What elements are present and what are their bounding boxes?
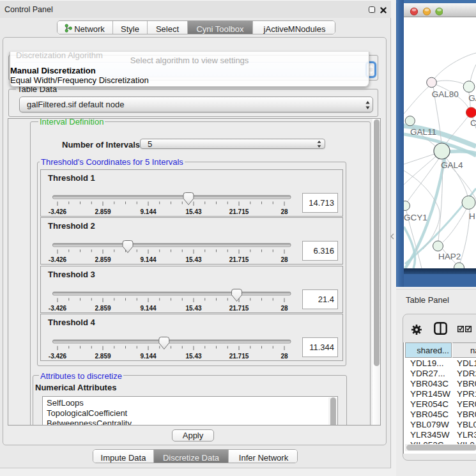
svg-text:21.715: 21.715 xyxy=(229,256,249,263)
svg-text:CY: CY xyxy=(470,118,476,128)
svg-text:15.43: 15.43 xyxy=(185,256,201,263)
svg-text:9.144: 9.144 xyxy=(140,208,156,215)
svg-text:28: 28 xyxy=(280,256,288,263)
svg-text:28: 28 xyxy=(280,304,288,311)
svg-text:9.144: 9.144 xyxy=(140,353,156,360)
svg-text:15.43: 15.43 xyxy=(185,208,201,215)
svg-text:15.43: 15.43 xyxy=(185,353,201,360)
svg-text:21.715: 21.715 xyxy=(229,304,249,311)
svg-text:21.715: 21.715 xyxy=(229,208,249,215)
svg-text:GCY1: GCY1 xyxy=(404,213,427,222)
svg-text:GAL11: GAL11 xyxy=(410,127,436,137)
svg-text:28: 28 xyxy=(280,208,288,215)
svg-text:15.43: 15.43 xyxy=(185,304,201,311)
svg-text:GA: GA xyxy=(468,93,476,103)
svg-text:HAP2: HAP2 xyxy=(438,252,461,261)
svg-text:-3.426: -3.426 xyxy=(49,256,67,263)
svg-text:2.859: 2.859 xyxy=(95,304,111,311)
svg-text:2.859: 2.859 xyxy=(95,208,111,215)
svg-text:21.715: 21.715 xyxy=(229,353,249,360)
svg-text:H: H xyxy=(469,211,475,221)
svg-text:28: 28 xyxy=(280,353,288,360)
svg-text:2.859: 2.859 xyxy=(95,353,111,360)
svg-text:GAL80: GAL80 xyxy=(432,89,459,99)
svg-text:GAL4: GAL4 xyxy=(441,160,463,170)
svg-text:9.144: 9.144 xyxy=(140,304,156,311)
svg-text:-3.426: -3.426 xyxy=(49,353,67,360)
svg-text:9.144: 9.144 xyxy=(140,256,156,263)
svg-text:-3.426: -3.426 xyxy=(49,304,67,311)
svg-text:2.859: 2.859 xyxy=(95,256,111,263)
svg-text:-3.426: -3.426 xyxy=(49,208,67,215)
